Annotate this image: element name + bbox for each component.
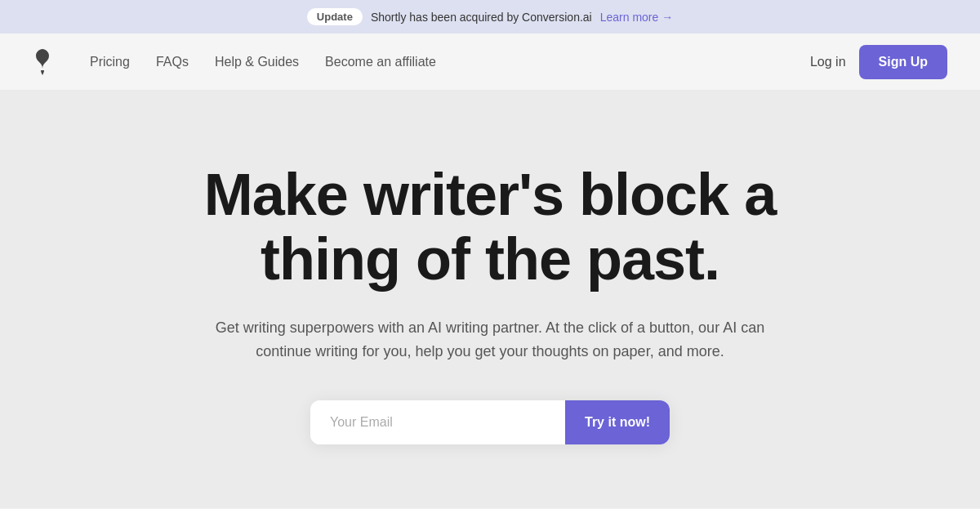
nav-links: Pricing FAQs Help & Guides Become an aff… xyxy=(90,55,436,69)
update-badge: Update xyxy=(307,8,363,25)
email-form: Try it now! xyxy=(310,400,670,444)
nav-left: Pricing FAQs Help & Guides Become an aff… xyxy=(33,47,436,77)
email-input[interactable] xyxy=(310,400,565,444)
logo[interactable] xyxy=(33,47,52,77)
signup-button[interactable]: Sign Up xyxy=(859,45,947,79)
hero-subtitle: Get writing superpowers with an AI writi… xyxy=(212,316,768,364)
nav-item-faqs[interactable]: FAQs xyxy=(156,55,189,69)
nav-link-faqs[interactable]: FAQs xyxy=(156,55,189,69)
nav-link-help[interactable]: Help & Guides xyxy=(215,55,299,69)
nav-link-affiliate[interactable]: Become an affiliate xyxy=(325,55,436,69)
logo-icon xyxy=(33,47,52,77)
announcement-text: Shortly has been acquired by Conversion.… xyxy=(371,11,592,24)
login-button[interactable]: Log in xyxy=(810,55,846,69)
navbar: Pricing FAQs Help & Guides Become an aff… xyxy=(0,33,980,91)
nav-right: Log in Sign Up xyxy=(810,45,947,79)
nav-item-pricing[interactable]: Pricing xyxy=(90,55,130,69)
announcement-bar: Update Shortly has been acquired by Conv… xyxy=(0,0,980,33)
nav-link-pricing[interactable]: Pricing xyxy=(90,55,130,69)
learn-more-link[interactable]: Learn more → xyxy=(600,11,673,24)
hero-section: Make writer's block a thing of the past.… xyxy=(0,91,980,508)
try-now-button[interactable]: Try it now! xyxy=(565,400,670,444)
hero-title: Make writer's block a thing of the past. xyxy=(163,163,817,292)
nav-item-help[interactable]: Help & Guides xyxy=(215,55,299,69)
nav-item-affiliate[interactable]: Become an affiliate xyxy=(325,55,436,69)
